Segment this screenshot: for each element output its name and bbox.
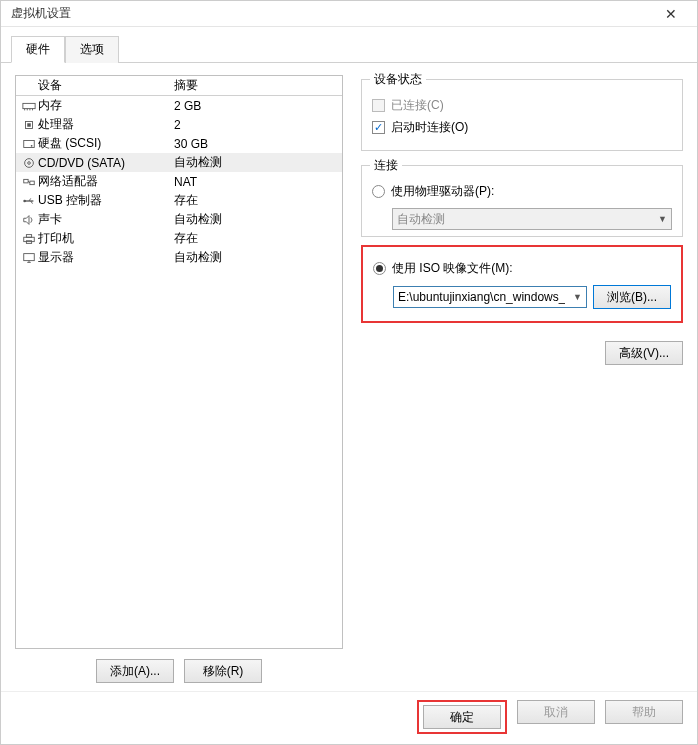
device-row-sound[interactable]: 声卡 自动检测 bbox=[16, 210, 342, 229]
device-list-header: 设备 摘要 bbox=[16, 76, 342, 96]
ok-button[interactable]: 确定 bbox=[423, 705, 501, 729]
cd-icon bbox=[22, 157, 36, 169]
device-row-usb[interactable]: USB 控制器 存在 bbox=[16, 191, 342, 210]
sound-icon bbox=[22, 214, 36, 226]
chevron-down-icon[interactable]: ▼ bbox=[573, 292, 582, 302]
advanced-row: 高级(V)... bbox=[361, 341, 683, 365]
connected-checkbox-row: 已连接(C) bbox=[372, 94, 672, 116]
cpu-icon bbox=[22, 119, 36, 131]
svg-rect-11 bbox=[24, 179, 28, 183]
device-panel: 设备 摘要 内存 2 GB 处理器 2 硬盘 (SCSI) 30 GB bbox=[15, 75, 343, 683]
device-row-display[interactable]: 显示器 自动检测 bbox=[16, 248, 342, 267]
connection-group: 连接 使用物理驱动器(P): 自动检测 ▼ bbox=[361, 165, 683, 323]
tab-bar: 硬件 选项 bbox=[1, 27, 697, 63]
close-button[interactable]: ✕ bbox=[655, 3, 687, 25]
svg-rect-6 bbox=[27, 123, 31, 127]
connected-checkbox bbox=[372, 99, 385, 112]
svg-rect-22 bbox=[24, 253, 35, 260]
hdd-icon bbox=[22, 138, 36, 150]
use-iso-row[interactable]: 使用 ISO 映像文件(M): bbox=[373, 257, 671, 279]
advanced-button[interactable]: 高级(V)... bbox=[605, 341, 683, 365]
device-row-network[interactable]: 网络适配器 NAT bbox=[16, 172, 342, 191]
device-row-cddvd[interactable]: CD/DVD (SATA) 自动检测 bbox=[16, 153, 342, 172]
connect-poweron-row[interactable]: 启动时连接(O) bbox=[372, 116, 672, 138]
add-button[interactable]: 添加(A)... bbox=[96, 659, 174, 683]
poweron-label: 启动时连接(O) bbox=[391, 119, 468, 136]
use-physical-label: 使用物理驱动器(P): bbox=[391, 183, 494, 200]
device-list[interactable]: 设备 摘要 内存 2 GB 处理器 2 硬盘 (SCSI) 30 GB bbox=[15, 75, 343, 649]
remove-button[interactable]: 移除(R) bbox=[184, 659, 262, 683]
use-physical-radio[interactable] bbox=[372, 185, 385, 198]
printer-icon bbox=[22, 233, 36, 245]
memory-icon bbox=[22, 100, 36, 112]
poweron-checkbox[interactable] bbox=[372, 121, 385, 134]
svg-rect-7 bbox=[24, 140, 35, 147]
use-iso-radio[interactable] bbox=[373, 262, 386, 275]
browse-button[interactable]: 浏览(B)... bbox=[593, 285, 671, 309]
network-icon bbox=[22, 176, 36, 188]
connection-legend: 连接 bbox=[370, 157, 402, 174]
svg-point-9 bbox=[25, 158, 34, 167]
chevron-down-icon: ▼ bbox=[658, 214, 667, 224]
svg-rect-0 bbox=[23, 103, 35, 108]
device-row-hdd[interactable]: 硬盘 (SCSI) 30 GB bbox=[16, 134, 342, 153]
vm-settings-window: 虚拟机设置 ✕ 硬件 选项 设备 摘要 内存 2 GB bbox=[0, 0, 698, 745]
content-area: 设备 摘要 内存 2 GB 处理器 2 硬盘 (SCSI) 30 GB bbox=[1, 63, 697, 691]
status-legend: 设备状态 bbox=[370, 71, 426, 88]
usb-icon bbox=[22, 195, 36, 207]
dialog-footer: 确定 取消 帮助 bbox=[1, 691, 697, 744]
svg-rect-12 bbox=[30, 181, 34, 185]
tab-hardware[interactable]: 硬件 bbox=[11, 36, 65, 63]
device-buttons: 添加(A)... 移除(R) bbox=[15, 659, 343, 683]
window-title: 虚拟机设置 bbox=[11, 5, 71, 22]
svg-point-8 bbox=[31, 144, 33, 146]
tab-options[interactable]: 选项 bbox=[65, 36, 119, 63]
connected-label: 已连接(C) bbox=[391, 97, 444, 114]
ok-highlight: 确定 bbox=[417, 700, 507, 734]
right-panel: 设备状态 已连接(C) 启动时连接(O) 连接 使用物理驱动器(P): bbox=[361, 75, 683, 683]
help-button[interactable]: 帮助 bbox=[605, 700, 683, 724]
header-summary: 摘要 bbox=[174, 77, 338, 94]
header-device: 设备 bbox=[38, 77, 174, 94]
device-row-printer[interactable]: 打印机 存在 bbox=[16, 229, 342, 248]
cancel-button[interactable]: 取消 bbox=[517, 700, 595, 724]
svg-marker-18 bbox=[24, 215, 29, 224]
use-physical-row[interactable]: 使用物理驱动器(P): bbox=[372, 180, 672, 202]
svg-point-15 bbox=[23, 199, 26, 202]
device-status-group: 设备状态 已连接(C) 启动时连接(O) bbox=[361, 79, 683, 151]
device-row-memory[interactable]: 内存 2 GB bbox=[16, 96, 342, 115]
close-icon: ✕ bbox=[665, 6, 677, 22]
titlebar: 虚拟机设置 ✕ bbox=[1, 1, 697, 27]
physical-drive-combo: 自动检测 ▼ bbox=[392, 208, 672, 230]
svg-point-10 bbox=[28, 161, 31, 164]
iso-path-combo[interactable]: E:\ubuntujinxiang\cn_windows_ ▼ bbox=[393, 286, 587, 308]
display-icon bbox=[22, 252, 36, 264]
svg-rect-20 bbox=[26, 234, 31, 237]
device-row-cpu[interactable]: 处理器 2 bbox=[16, 115, 342, 134]
use-iso-label: 使用 ISO 映像文件(M): bbox=[392, 260, 513, 277]
